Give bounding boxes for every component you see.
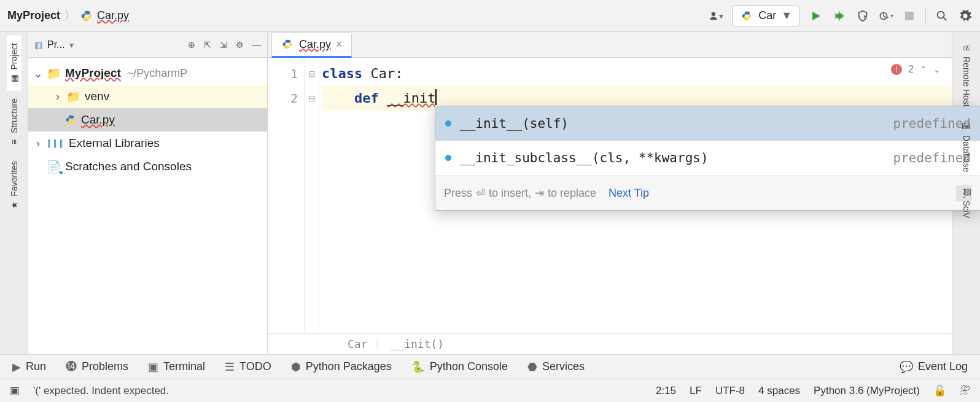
breadcrumb-file[interactable]: Car.py [97,9,129,22]
packages-icon: ⬢ [291,360,301,374]
tree-folder-venv[interactable]: › 📁 venv [28,85,267,108]
enter-key-icon: ⏎ [476,181,485,205]
crumb-method[interactable]: __init() [391,337,445,350]
profiler-button[interactable]: ▾ [879,9,893,23]
tree-scratches[interactable]: 📄● Scratches and Consoles [28,155,267,178]
navigation-bar: MyProject 〉 Car.py ▾ Car ▼ ▾ [0,0,980,32]
python-packages-button[interactable]: ⬢Python Packages [291,360,392,374]
autocomplete-hint: Press ⏎ to insert, ⇥ to replace Next Tip… [435,175,980,210]
project-view-icon: ▥ [34,40,42,50]
hide-panel-icon[interactable]: — [252,40,261,50]
file-encoding[interactable]: UTF-8 [715,385,745,397]
breadcrumb-separator: 〉 [64,7,76,24]
favorites-tool-tab[interactable]: ★ Favorites [7,154,21,219]
fold-gutter[interactable]: ⊟ ⊟ [305,58,319,333]
search-everywhere-button[interactable] [935,9,949,23]
prev-highlight-icon[interactable]: ⌃ [920,65,927,74]
autocomplete-item[interactable]: __init_subclass__(cls, **kwargs) predefi… [435,141,980,175]
event-log-icon: 💬 [900,360,913,374]
python-console-button[interactable]: 🐍Python Console [411,360,508,374]
crumb-class[interactable]: Car [348,337,368,350]
todo-icon: ☰ [225,360,235,374]
bottom-tool-bar: ▶Run ⓮Problems ▣Terminal ☰TODO ⬢Python P… [0,354,980,379]
tab-key-icon: ⇥ [535,181,544,205]
sciview-tab[interactable]: ▧ SciV [959,179,974,226]
completion-text: __init_subclass__(cls, **kwargs) [460,146,885,170]
status-bar: ▣ '(' expected. Indent expected. 2:15 LF… [0,379,980,402]
code-area[interactable]: 1 2 ⊟ ⊟ class Car: def __init __init__(s… [268,58,952,333]
event-log-button[interactable]: 💬Event Log [900,360,968,374]
expand-icon[interactable]: › [33,136,43,150]
collapse-all-icon[interactable]: ⇲ [220,40,227,50]
play-icon: ▶ [12,360,21,374]
error-count: 2 [908,64,914,75]
project-tool-tab[interactable]: ▦ Project [7,36,21,91]
fold-handle[interactable]: ⊟ [305,61,319,86]
breadcrumb[interactable]: MyProject 〉 Car.py [7,7,129,24]
python-icon: 🐍 [411,360,425,374]
star-icon: ★ [9,201,19,209]
dropdown-icon[interactable]: ▾ [69,40,74,50]
project-tree[interactable]: ⌄ 📁 MyProject ~/PycharmP › 📁 venv Car.py… [28,58,267,182]
code-line[interactable]: class Car: [322,61,952,86]
run-config-selector[interactable]: Car ▼ [732,6,800,26]
structure-tab-label: Structure [9,98,19,133]
python-file-icon [281,37,294,51]
interpreter[interactable]: Python 3.6 (MyProject) [814,385,920,397]
run-button[interactable] [809,9,823,23]
collapse-icon[interactable]: ⌄ [33,66,43,81]
memory-indicator-icon[interactable]: ⛈ [960,385,970,397]
autocomplete-popup[interactable]: __init__(self) predefined __init_subclas… [435,106,980,211]
debug-button[interactable] [832,9,847,23]
locate-icon[interactable]: ⊕ [188,40,195,50]
services-tool-button[interactable]: ⬣Services [527,360,585,374]
run-coverage-button[interactable] [855,9,870,23]
database-tab[interactable]: 🗄 Database [959,114,974,179]
left-tool-tabbar: ▦ Project ≡ Structure ★ Favorites [0,32,28,354]
readonly-lock-icon[interactable]: 🔓 [933,384,946,397]
root-path: ~/PycharmP [127,67,188,80]
close-tab-icon[interactable]: × [336,38,343,51]
settings-button[interactable] [958,9,973,23]
panel-settings-icon[interactable]: ⚙ [236,40,244,50]
next-tip-link[interactable]: Next Tip [609,181,649,205]
terminal-tool-button[interactable]: ▣Terminal [148,360,205,374]
line-separator[interactable]: LF [690,385,702,397]
tree-external-libs[interactable]: › ⫿⫿⫿ External Libraries [28,132,267,155]
indent-setting[interactable]: 4 spaces [758,385,800,397]
svg-point-6 [938,11,944,18]
method-icon [445,120,451,127]
text-caret [435,89,437,105]
fold-handle[interactable]: ⊟ [305,86,319,111]
run-tool-button[interactable]: ▶Run [12,360,46,374]
editor: Car.py × 1 2 ⊟ ⊟ class Car: def __init [268,32,952,354]
structure-tab-icon: ≡ [9,139,18,144]
project-view-title[interactable]: Pr... [47,39,64,50]
vcs-user-icon[interactable]: ▾ [709,9,723,23]
favorites-tab-label: Favorites [9,161,19,197]
cursor-position[interactable]: 2:15 [656,385,676,397]
inspection-widget[interactable]: ! 2 ⌃ ⌄ [891,64,941,75]
editor-tab-car[interactable]: Car.py × [271,32,352,58]
next-highlight-icon[interactable]: ⌄ [933,65,941,74]
error-indicator-icon: ! [891,64,902,75]
tool-windows-toggle-icon[interactable]: ▣ [10,384,20,397]
breadcrumb-trail[interactable]: Car 〉 __init() [268,333,952,354]
structure-tool-tab[interactable]: ≡ Structure [7,91,21,154]
library-icon: ⫿⫿⫿ [47,136,65,150]
problems-tool-button[interactable]: ⓮Problems [66,360,128,373]
terminal-icon: ▣ [148,360,158,374]
expand-all-icon[interactable]: ⇱ [204,40,211,50]
breadcrumb-project[interactable]: MyProject [7,9,60,22]
scratches-label: Scratches and Consoles [65,160,192,173]
tab-filename: Car.py [299,38,331,51]
autocomplete-item[interactable]: __init__(self) predefined [435,106,980,141]
expand-icon[interactable]: › [53,90,63,103]
code-text[interactable]: class Car: def __init __init__(self) pre… [319,58,952,333]
tree-file-car[interactable]: Car.py [28,108,267,132]
run-config-name: Car [758,9,776,22]
todo-tool-button[interactable]: ☰TODO [225,360,271,374]
remote-host-tab[interactable]: ⎘ Remote Host [959,36,974,114]
tree-root[interactable]: ⌄ 📁 MyProject ~/PycharmP [28,61,267,85]
python-file-icon [80,9,93,23]
